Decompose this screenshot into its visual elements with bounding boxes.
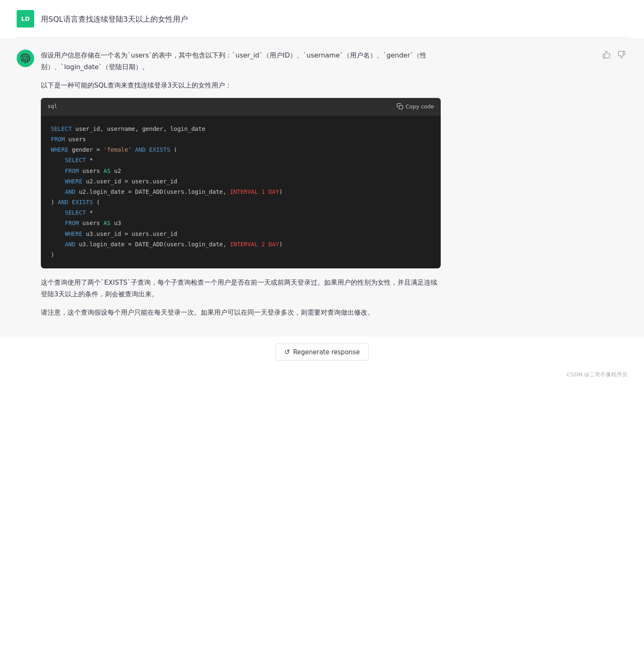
user-message-text: 用SQL语言查找连续登陆3天以上的女性用户 — [41, 10, 188, 25]
svg-rect-0 — [399, 105, 403, 109]
ai-content-area: 假设用户信息存储在一个名为`users`的表中，其中包含以下列：`user_id… — [41, 50, 441, 325]
ai-intro-text: 假设用户信息存储在一个名为`users`的表中，其中包含以下列：`user_id… — [41, 50, 441, 73]
regenerate-bar: ↺ Regenerate response — [0, 337, 644, 367]
ai-outro2-text: 请注意，这个查询假设每个用户只能在每天登录一次。如果用户可以在同一天登录多次，则… — [41, 307, 441, 318]
thumbs-up-button[interactable] — [601, 50, 612, 62]
user-avatar: LD — [17, 10, 34, 28]
code-block-header: sql Copy code — [41, 98, 441, 115]
openai-icon — [20, 53, 30, 63]
code-block: sql Copy code SELECT user_id, username, … — [41, 98, 441, 268]
regen-icon: ↺ — [284, 348, 290, 356]
ai-intro2-text: 以下是一种可能的SQL查询来查找连续登录3天以上的女性用户： — [41, 80, 441, 91]
watermark-text: CSDN @二哥不像程序员 — [567, 371, 627, 378]
user-message-row: LD 用SQL语言查找连续登陆3天以上的女性用户 — [0, 0, 644, 38]
watermark: CSDN @二哥不像程序员 — [0, 367, 644, 386]
copy-icon — [397, 103, 403, 110]
copy-code-button[interactable]: Copy code — [397, 103, 434, 110]
user-avatar-initials: LD — [21, 14, 30, 23]
copy-code-label: Copy code — [406, 103, 434, 110]
regen-label: Regenerate response — [293, 348, 360, 356]
ai-avatar — [17, 50, 34, 67]
thumbs-up-icon — [602, 50, 611, 59]
thumbs-down-icon — [617, 50, 626, 59]
action-icons-area — [601, 50, 627, 62]
thumbs-down-button[interactable] — [616, 50, 627, 62]
ai-outro1-text: 这个查询使用了两个`EXISTS`子查询，每个子查询检查一个用户是否在前一天或前… — [41, 277, 441, 300]
ai-message-row: 假设用户信息存储在一个名为`users`的表中，其中包含以下列：`user_id… — [0, 38, 644, 337]
code-content: SELECT user_id, username, gender, login_… — [41, 115, 441, 268]
regenerate-button[interactable]: ↺ Regenerate response — [275, 343, 368, 361]
code-language-label: sql — [47, 102, 57, 111]
